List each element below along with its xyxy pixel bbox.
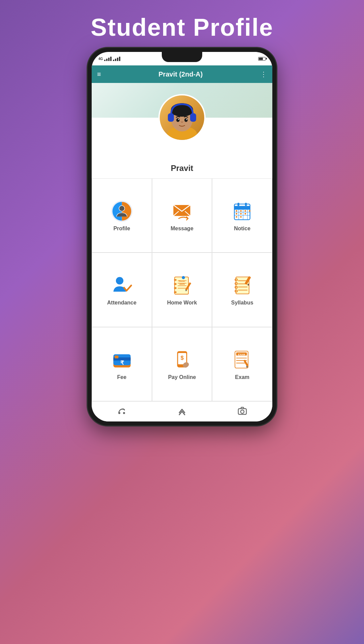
camera-nav-icon[interactable] xyxy=(238,406,247,417)
avatar-image xyxy=(160,95,204,140)
hamburger-menu-icon[interactable]: ≡ xyxy=(97,70,101,78)
signal-bars-2 xyxy=(113,57,120,61)
svg-point-30 xyxy=(245,210,246,212)
phone-shell: 4G xyxy=(88,48,276,426)
svg-point-31 xyxy=(249,210,251,212)
svg-point-28 xyxy=(236,210,238,212)
svg-text:$: $ xyxy=(181,355,184,361)
svg-point-34 xyxy=(245,213,246,214)
syllabus-grid-icon xyxy=(231,273,254,297)
grid-item-exam[interactable]: EXAM Exam xyxy=(212,327,272,401)
svg-rect-9 xyxy=(190,113,196,122)
app-bar: ≡ Pravit (2nd-A) ⋮ xyxy=(92,65,272,83)
grid-container: Profile xyxy=(92,178,272,401)
attendance-label: Attendance xyxy=(107,300,136,306)
svg-point-80 xyxy=(241,410,244,413)
svg-text:₹: ₹ xyxy=(120,360,124,367)
avatar xyxy=(158,94,206,141)
svg-text:EXAM: EXAM xyxy=(238,353,245,356)
battery-indicator xyxy=(258,57,266,61)
profile-label: Profile xyxy=(113,226,130,232)
phone-nav-icon[interactable] xyxy=(117,406,126,417)
phone-screen: 4G xyxy=(92,52,272,421)
menu-grid: Profile xyxy=(92,178,272,401)
grid-item-homework[interactable]: Home -work Home Work xyxy=(152,253,212,327)
status-left: 4G xyxy=(98,57,120,61)
svg-text:-work: -work xyxy=(179,283,185,285)
page-title: Student Profile xyxy=(91,13,273,41)
signal-bars-1 xyxy=(104,57,112,61)
attendance-grid-icon xyxy=(110,273,133,297)
app-bar-title: Pravit (2nd-A) xyxy=(158,70,203,78)
svg-point-11 xyxy=(184,118,188,122)
signal-text: 4G xyxy=(98,57,103,61)
pay-online-label: Pay Online xyxy=(168,374,196,380)
phone-frame: 4G xyxy=(88,48,276,587)
notice-label: Notice xyxy=(234,226,250,232)
svg-point-37 xyxy=(116,277,123,284)
bottom-navigation xyxy=(92,401,272,421)
message-label: Message xyxy=(171,226,193,232)
svg-point-10 xyxy=(176,118,180,122)
svg-point-29 xyxy=(240,210,242,212)
svg-rect-41 xyxy=(174,287,177,289)
svg-point-15 xyxy=(119,205,125,211)
svg-rect-7 xyxy=(171,110,193,115)
svg-point-35 xyxy=(236,216,238,218)
exam-label: Exam xyxy=(235,374,249,380)
grid-item-profile[interactable]: Profile xyxy=(92,178,152,253)
phone-notch xyxy=(162,52,202,62)
pay-online-grid-icon: $ xyxy=(170,348,194,372)
grid-item-syllabus[interactable]: Syllabus xyxy=(212,253,272,327)
homework-grid-icon: Home -work xyxy=(170,273,194,297)
svg-rect-40 xyxy=(174,283,177,285)
svg-point-36 xyxy=(240,216,242,218)
svg-point-12 xyxy=(178,119,179,120)
svg-point-77 xyxy=(118,412,120,414)
chevron-up-nav-icon[interactable] xyxy=(177,406,187,417)
grid-item-notice[interactable]: Notice xyxy=(212,178,272,253)
syllabus-label: Syllabus xyxy=(231,300,253,306)
svg-rect-21 xyxy=(245,203,247,206)
svg-rect-64 xyxy=(115,356,118,358)
grid-item-pay-online[interactable]: $ Pay Online xyxy=(152,327,212,401)
homework-label: Home Work xyxy=(167,300,197,306)
more-options-icon[interactable]: ⋮ xyxy=(260,70,267,78)
svg-text:Home: Home xyxy=(179,280,185,282)
profile-grid-icon xyxy=(110,199,133,223)
svg-point-33 xyxy=(240,213,242,214)
fee-label: Fee xyxy=(117,374,127,380)
grid-item-attendance[interactable]: Attendance xyxy=(92,253,152,327)
exam-grid-icon: EXAM xyxy=(231,348,254,372)
profile-section: Pravit xyxy=(92,118,272,178)
svg-point-32 xyxy=(236,213,238,214)
svg-rect-20 xyxy=(238,203,240,206)
svg-rect-39 xyxy=(174,279,177,281)
grid-item-fee[interactable]: ₹ Fee xyxy=(92,327,152,401)
status-right xyxy=(258,57,266,61)
message-grid-icon xyxy=(170,199,194,223)
svg-rect-42 xyxy=(174,291,177,293)
notice-grid-icon xyxy=(231,199,254,223)
grid-item-message[interactable]: Message xyxy=(152,178,212,253)
svg-point-49 xyxy=(182,276,185,279)
svg-rect-8 xyxy=(168,113,174,122)
svg-rect-22 xyxy=(234,206,250,209)
svg-point-78 xyxy=(123,412,125,414)
student-name: Pravit xyxy=(171,164,193,173)
fee-grid-icon: ₹ xyxy=(110,348,133,372)
svg-point-13 xyxy=(186,119,187,120)
